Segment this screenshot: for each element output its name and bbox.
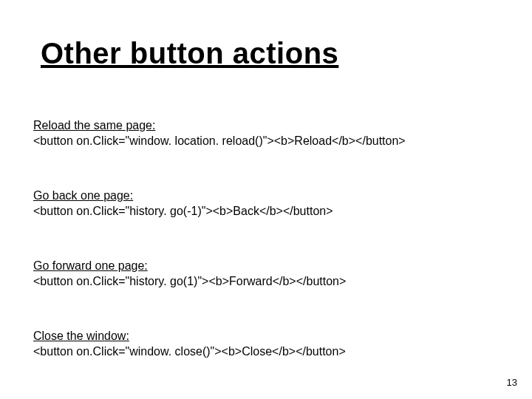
section-code: <button on.Click="window. location. relo… — [33, 134, 406, 147]
section-code: <button on.Click="window. close()"><b>Cl… — [33, 345, 346, 358]
section-close: Close the window: <button on.Click="wind… — [33, 329, 502, 360]
section-label: Go back one page: — [33, 189, 133, 202]
section-forward: Go forward one page: <button on.Click="h… — [33, 259, 502, 290]
section-reload: Reload the same page: <button on.Click="… — [33, 118, 502, 149]
section-code: <button on.Click="history. go(1)"><b>For… — [33, 275, 346, 287]
section-label: Go forward one page: — [33, 259, 148, 272]
section-label: Reload the same page: — [33, 119, 155, 132]
section-code: <button on.Click="history. go(-1)"><b>Ba… — [33, 205, 333, 217]
page-number: 13 — [507, 377, 517, 388]
slide-title: Other button actions — [41, 37, 338, 70]
section-back: Go back one page: <button on.Click="hist… — [33, 188, 502, 219]
section-label: Close the window: — [33, 330, 129, 342]
